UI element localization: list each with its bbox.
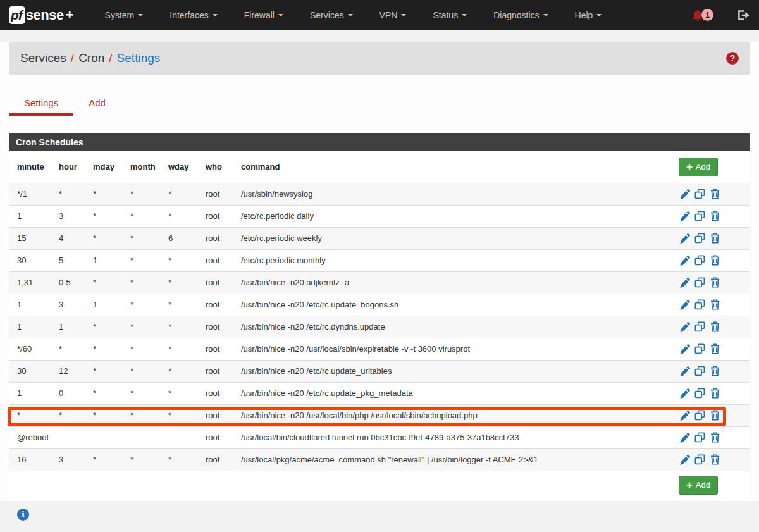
copy-icon[interactable] [694, 321, 705, 332]
row-actions [642, 249, 750, 271]
delete-icon[interactable] [710, 366, 720, 376]
cell-minute: */1 [9, 183, 51, 205]
cell-command: /usr/bin/nice -n20 /etc/rc.dyndns.update [233, 316, 642, 338]
edit-icon[interactable] [680, 299, 691, 310]
cell-hour: 3 [51, 448, 85, 471]
breadcrumb-cron: Cron [78, 51, 104, 65]
edit-icon[interactable] [680, 233, 691, 244]
cron-row: @reboot root /usr/local/bin/cloudflared … [9, 426, 750, 448]
chevron-down-icon [401, 14, 406, 16]
breadcrumb-separator: / [109, 51, 112, 65]
delete-icon[interactable] [710, 277, 720, 288]
delete-icon[interactable] [710, 454, 720, 465]
notifications-button[interactable]: 1 [692, 9, 713, 21]
cell-mday: * [85, 360, 123, 382]
delete-icon[interactable] [710, 299, 720, 310]
info-icon[interactable]: i [17, 509, 29, 521]
copy-icon[interactable] [694, 299, 705, 310]
cron-row: 15 4 * * 6 root /etc/rc.periodic weekly [9, 227, 750, 249]
cell-month: * [123, 360, 161, 382]
delete-icon[interactable] [710, 189, 720, 199]
cell-wday: * [161, 271, 198, 294]
cell-hour: 4 [51, 227, 85, 249]
nav-menu: System Interfaces Firewall Services VPN … [92, 0, 615, 30]
copy-icon[interactable] [694, 454, 705, 465]
edit-icon[interactable] [680, 321, 691, 332]
cron-row: * * * * * root /usr/bin/nice -n20 /usr/l… [9, 404, 750, 426]
delete-icon[interactable] [710, 410, 720, 421]
copy-icon[interactable] [694, 366, 705, 376]
cell-minute: @reboot [9, 426, 51, 448]
cell-wday: * [161, 360, 198, 382]
help-icon[interactable]: ? [726, 52, 739, 65]
cron-row: 1 1 * * * root /usr/bin/nice -n20 /etc/r… [9, 316, 750, 338]
nav-menu-help[interactable]: Help [562, 0, 615, 30]
cell-minute: 1 [9, 316, 51, 338]
edit-icon[interactable] [680, 211, 691, 221]
cell-who: root [198, 426, 233, 448]
edit-icon[interactable] [680, 410, 691, 421]
copy-icon[interactable] [694, 189, 705, 199]
copy-icon[interactable] [694, 432, 705, 443]
nav-menu-services[interactable]: Services [297, 0, 366, 30]
row-actions [642, 271, 750, 294]
cell-hour: 0 [51, 382, 85, 404]
edit-icon[interactable] [680, 366, 691, 376]
edit-icon[interactable] [680, 388, 691, 399]
cell-hour: * [51, 404, 85, 426]
edit-icon[interactable] [680, 189, 691, 199]
copy-icon[interactable] [694, 233, 705, 244]
column-header-hour: hour [51, 151, 85, 183]
cell-mday: * [85, 271, 123, 294]
cell-wday: * [161, 183, 198, 205]
nav-menu-system[interactable]: System [92, 0, 157, 30]
copy-icon[interactable] [694, 277, 705, 288]
copy-icon[interactable] [694, 211, 705, 221]
nav-menu-firewall[interactable]: Firewall [231, 0, 297, 30]
edit-icon[interactable] [680, 255, 691, 266]
delete-icon[interactable] [710, 321, 720, 332]
delete-icon[interactable] [710, 255, 720, 266]
cell-who: root [198, 271, 233, 294]
tab-settings[interactable]: Settings [9, 94, 73, 116]
logout-button[interactable] [737, 9, 750, 21]
delete-icon[interactable] [710, 432, 720, 443]
delete-icon[interactable] [710, 343, 720, 354]
add-button-top[interactable]: + Add [679, 158, 718, 176]
tab-add[interactable]: Add [73, 94, 121, 116]
edit-icon[interactable] [680, 277, 691, 288]
copy-icon[interactable] [694, 343, 705, 354]
cell-mday: 1 [85, 249, 123, 271]
delete-icon[interactable] [710, 388, 720, 399]
cell-wday: 6 [161, 227, 198, 249]
delete-icon[interactable] [710, 211, 720, 221]
cell-command: /usr/local/bin/cloudflared tunnel run 0b… [233, 426, 642, 448]
breadcrumb-settings: Settings [117, 51, 161, 65]
cell-minute: 30 [9, 360, 51, 382]
plus-icon: + [686, 163, 693, 171]
edit-icon[interactable] [680, 454, 691, 465]
panel-title: Cron Schedules [9, 133, 750, 151]
nav-menu-status[interactable]: Status [419, 0, 480, 30]
column-header-wday: wday [161, 151, 198, 183]
pfsense-logo[interactable]: pf sense + [9, 6, 74, 24]
cell-who: root [198, 227, 233, 249]
cell-hour: * [51, 338, 85, 360]
edit-icon[interactable] [680, 343, 691, 354]
cell-command: /usr/bin/nice -n20 /etc/rc.update_pkg_me… [233, 382, 642, 404]
nav-menu-diagnostics[interactable]: Diagnostics [480, 0, 561, 30]
copy-icon[interactable] [694, 388, 705, 399]
nav-menu-vpn[interactable]: VPN [366, 0, 420, 30]
copy-icon[interactable] [694, 255, 705, 266]
tab-bar: Settings Add [9, 94, 750, 116]
column-header-minute: minute [9, 151, 51, 183]
edit-icon[interactable] [680, 432, 691, 443]
add-button-bottom[interactable]: + Add [679, 476, 718, 495]
copy-icon[interactable] [694, 410, 705, 421]
nav-menu-interfaces[interactable]: Interfaces [156, 0, 230, 30]
delete-icon[interactable] [710, 233, 720, 244]
notification-count-badge: 1 [701, 9, 713, 21]
cell-wday: * [161, 404, 198, 426]
row-actions [642, 360, 750, 382]
cron-row: 30 5 1 * * root /etc/rc.periodic monthly [9, 249, 750, 271]
